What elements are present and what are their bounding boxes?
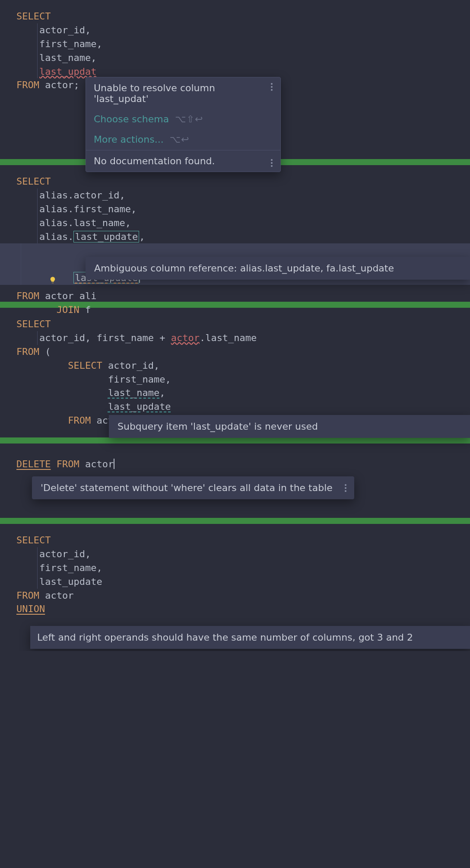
warning-tooltip: Left and right operands should have the … (30, 626, 470, 649)
keyword-from: FROM (16, 80, 39, 90)
col-last-update: last_update (39, 576, 102, 587)
col-alias-actor-id: alias.actor_id (39, 190, 119, 201)
tooltip-message: Unable to resolve column 'last_updat' (94, 83, 260, 104)
tooltip-message: Subquery item 'last_update' is never use… (118, 421, 318, 432)
keyword-inner-from: FROM (68, 415, 91, 426)
tooltip-message: 'Delete' statement without 'where' clear… (41, 482, 333, 493)
keyword-inner-select: SELECT (68, 360, 102, 371)
text-caret (114, 459, 114, 469)
table-actor: actor (45, 290, 73, 301)
shortcut-label: ⌥↩ (170, 134, 190, 145)
section-separator (0, 437, 470, 444)
col-error-actor[interactable]: actor (171, 332, 200, 343)
col-alias-prefix: alias. (39, 231, 73, 242)
keyword-delete[interactable]: DELETE (16, 459, 51, 469)
col-alias-first-name: alias.first_name (39, 204, 131, 214)
tooltip-message: Left and right operands should have the … (37, 632, 413, 643)
code-section-3: SELECT actor_id, first_name + actor.last… (0, 308, 470, 437)
column-error-last-updat[interactable]: last_updat (39, 66, 96, 77)
inner-col-last-name[interactable]: last_name (108, 387, 159, 398)
keyword-from: FROM (16, 346, 39, 357)
error-tooltip: Unable to resolve column 'last_updat' Ch… (86, 77, 281, 172)
code-editor[interactable]: SELECT alias.actor_id, alias.first_name,… (0, 165, 470, 317)
table-actor: actor (45, 80, 73, 90)
column-last-name: last_name (39, 52, 91, 63)
code-editor[interactable]: SELECT actor_id, first_name, last_update… (0, 524, 470, 616)
keyword-from: FROM (16, 290, 39, 301)
more-options-icon[interactable] (267, 159, 276, 167)
tooltip-action-more[interactable]: More actions... (94, 134, 164, 145)
col-alias-last-name: alias.last_name (39, 217, 125, 228)
warning-tooltip: 'Delete' statement without 'where' clear… (32, 476, 354, 499)
column-first-name: first_name (39, 38, 96, 49)
col-first-name: first_name (39, 562, 96, 573)
info-tooltip: Subquery item 'last_update' is never use… (109, 415, 470, 438)
inner-col-first-name: first_name (108, 374, 165, 385)
code-editor[interactable]: DELETE FROM actor (0, 444, 470, 471)
table-actor: actor (85, 459, 114, 469)
tooltip-message: Ambiguous column reference: alias.last_u… (94, 263, 394, 274)
more-options-icon[interactable] (267, 83, 276, 91)
bulb-icon[interactable] (3, 260, 11, 268)
inner-col-actor-id: actor_id (108, 360, 154, 371)
tooltip-action-choose-schema[interactable]: Choose schema (94, 114, 169, 124)
keyword-union[interactable]: UNION (16, 603, 45, 614)
keyword-select: SELECT (16, 11, 51, 22)
col-actor-id: actor_id (39, 332, 85, 343)
keyword-select: SELECT (16, 319, 51, 329)
table-actor: actor (45, 590, 73, 601)
keyword-from: FROM (16, 590, 39, 601)
shortcut-label: ⌥⇧↩ (175, 114, 203, 124)
code-section-2: SELECT alias.actor_id, alias.first_name,… (0, 165, 470, 302)
column-actor-id: actor_id (39, 25, 85, 35)
code-section-5: SELECT actor_id, first_name, last_update… (0, 524, 470, 651)
warning-tooltip: Ambiguous column reference: alias.last_u… (86, 257, 470, 280)
col-actor-id: actor_id (39, 549, 85, 559)
tooltip-doc-message: No documentation found. (94, 156, 215, 166)
code-section-1: SELECT actor_id, first_name, last_name, … (0, 0, 470, 159)
code-editor[interactable]: SELECT actor_id, first_name + actor.last… (0, 308, 470, 428)
col-first-name: first_name (96, 332, 153, 343)
inner-col-last-update[interactable]: last_update (108, 401, 171, 412)
keyword-from: FROM (57, 459, 79, 469)
more-options-icon[interactable] (341, 484, 350, 492)
col-boxed-last-update[interactable]: last_update (73, 231, 139, 243)
code-section-4: DELETE FROM actor 'Delete' statement wit… (0, 444, 470, 518)
keyword-select: SELECT (16, 176, 51, 187)
section-separator (0, 518, 470, 524)
keyword-select: SELECT (16, 535, 51, 546)
